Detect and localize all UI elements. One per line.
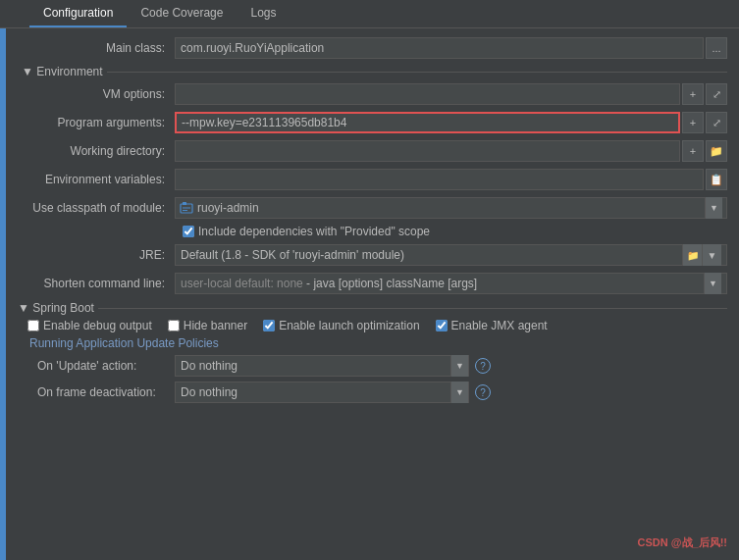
- shorten-text: user-local default: none - java [options…: [181, 277, 704, 290]
- shorten-field: user-local default: none - java [options…: [175, 273, 727, 294]
- jre-row: JRE: Default (1.8 - SDK of 'ruoyi-admin'…: [18, 243, 727, 267]
- main-class-input[interactable]: [175, 37, 704, 59]
- spring-boot-divider-line: [98, 308, 727, 309]
- working-dir-folder-btn[interactable]: 📁: [706, 140, 727, 162]
- vm-options-input[interactable]: [175, 83, 680, 105]
- env-vars-field: 📋: [175, 169, 727, 190]
- jre-buttons: 📁 ▼: [682, 244, 721, 266]
- program-args-field: + ⤢: [175, 112, 727, 133]
- enable-jmx-checkbox-label[interactable]: Enable JMX agent: [436, 319, 548, 332]
- program-args-label: Program arguments:: [18, 116, 175, 129]
- shorten-dropdown-arrow[interactable]: ▼: [704, 273, 721, 294]
- hide-banner-checkbox-label[interactable]: Hide banner: [168, 319, 247, 332]
- working-dir-field: + 📁: [175, 140, 727, 162]
- shorten-value: user-local default: none: [181, 277, 303, 290]
- module-icon: [180, 201, 193, 215]
- jre-folder-btn[interactable]: 📁: [682, 244, 702, 266]
- on-update-select[interactable]: Do nothing ▼: [175, 355, 469, 377]
- jre-field: Default (1.8 - SDK of 'ruoyi-admin' modu…: [175, 244, 727, 266]
- classpath-field: ruoyi-admin ▼: [175, 197, 727, 219]
- on-frame-dropdown-arrow[interactable]: ▼: [450, 382, 468, 403]
- tabs-bar: Configuration Code Coverage Logs: [0, 0, 739, 28]
- tab-logs[interactable]: Logs: [237, 0, 290, 27]
- shorten-label: Shorten command line:: [18, 277, 175, 290]
- env-vars-label: Environment variables:: [18, 173, 175, 186]
- spring-boot-header: ▼ Spring Boot: [18, 301, 727, 315]
- spring-boot-label: ▼ Spring Boot: [18, 301, 94, 315]
- environment-section-header: ▼ Environment: [18, 65, 727, 78]
- program-args-input[interactable]: [175, 112, 680, 133]
- enable-debug-checkbox[interactable]: [27, 320, 39, 331]
- spring-boot-options-row: Enable debug output Hide banner Enable l…: [18, 319, 727, 332]
- shorten-select[interactable]: user-local default: none - java [options…: [175, 273, 727, 294]
- on-frame-value: Do nothing: [176, 385, 450, 399]
- shorten-row: Shorten command line: user-local default…: [18, 272, 727, 295]
- hide-banner-label: Hide banner: [184, 319, 247, 332]
- vm-options-expand-btn[interactable]: ⤢: [706, 83, 727, 105]
- include-deps-checkbox-label[interactable]: Include dependencies with "Provided" sco…: [183, 225, 712, 238]
- enable-jmx-label: Enable JMX agent: [451, 319, 548, 332]
- classpath-row: Use classpath of module: ruoyi-admin: [18, 196, 727, 220]
- on-frame-help-icon[interactable]: ?: [475, 384, 491, 400]
- on-update-row: On 'Update' action: Do nothing ▼ ?: [18, 355, 727, 377]
- on-frame-row: On frame deactivation: Do nothing ▼ ?: [18, 382, 727, 403]
- working-dir-label: Working directory:: [18, 144, 175, 158]
- vm-options-row: VM options: + ⤢: [18, 82, 727, 106]
- environment-divider-line: [107, 72, 727, 73]
- working-dir-input[interactable]: [175, 140, 680, 162]
- tab-code-coverage[interactable]: Code Coverage: [127, 0, 237, 27]
- include-deps-row: Include dependencies with "Provided" sco…: [18, 225, 727, 238]
- on-frame-select[interactable]: Do nothing ▼: [175, 382, 469, 403]
- watermark: CSDN @战_后风!!: [638, 535, 727, 550]
- svg-rect-1: [183, 202, 186, 205]
- module-dropdown-arrow[interactable]: ▼: [705, 197, 722, 219]
- on-update-value: Do nothing: [176, 359, 450, 373]
- env-vars-row: Environment variables: 📋: [18, 168, 727, 191]
- on-update-help-icon[interactable]: ?: [475, 358, 491, 374]
- classpath-label: Use classpath of module:: [18, 201, 175, 215]
- shorten-hint: - java [options] className [args]: [303, 277, 477, 290]
- program-args-plus-btn[interactable]: +: [682, 112, 704, 133]
- include-deps-label: Include dependencies with "Provided" sco…: [198, 225, 430, 238]
- on-update-label: On 'Update' action:: [37, 359, 175, 373]
- enable-launch-checkbox[interactable]: [263, 320, 275, 331]
- module-select[interactable]: ruoyi-admin ▼: [175, 197, 727, 219]
- on-update-dropdown-arrow[interactable]: ▼: [450, 355, 468, 377]
- env-vars-clipboard-btn[interactable]: 📋: [706, 169, 727, 190]
- env-vars-input[interactable]: [175, 169, 704, 190]
- include-deps-checkbox[interactable]: [183, 226, 194, 237]
- enable-launch-label: Enable launch optimization: [279, 319, 419, 332]
- tab-configuration[interactable]: Configuration: [29, 0, 127, 27]
- working-dir-plus-btn[interactable]: +: [682, 140, 704, 162]
- working-dir-row: Working directory: + 📁: [18, 139, 727, 163]
- vm-options-plus-btn[interactable]: +: [682, 83, 704, 105]
- vm-options-field: + ⤢: [175, 83, 727, 105]
- main-class-row: Main class: ...: [18, 36, 727, 60]
- main-class-field: ...: [175, 37, 727, 59]
- vm-options-label: VM options:: [18, 87, 175, 101]
- jre-select[interactable]: Default (1.8 - SDK of 'ruoyi-admin' modu…: [175, 244, 727, 266]
- main-class-label: Main class:: [18, 41, 175, 55]
- main-class-expand-btn[interactable]: ...: [706, 37, 727, 59]
- jre-label: JRE:: [18, 248, 175, 262]
- spring-boot-section: ▼ Spring Boot Enable debug output Hide b…: [18, 301, 727, 403]
- module-select-text: ruoyi-admin: [197, 201, 705, 215]
- enable-debug-label: Enable debug output: [43, 319, 152, 332]
- hide-banner-checkbox[interactable]: [168, 320, 180, 331]
- config-content: Main class: ... ▼ Environment VM options…: [6, 28, 739, 560]
- enable-debug-checkbox-label[interactable]: Enable debug output: [27, 319, 152, 332]
- program-args-row: Program arguments: + ⤢: [18, 111, 727, 134]
- enable-jmx-checkbox[interactable]: [436, 320, 448, 331]
- program-args-expand-btn[interactable]: ⤢: [706, 112, 727, 133]
- running-policies-label: Running Application Update Policies: [18, 336, 727, 350]
- environment-label: ▼ Environment: [22, 65, 103, 78]
- enable-launch-checkbox-label[interactable]: Enable launch optimization: [263, 319, 419, 332]
- jre-dropdown-btn[interactable]: ▼: [702, 244, 721, 266]
- jre-select-text: Default (1.8 - SDK of 'ruoyi-admin' modu…: [181, 248, 682, 262]
- on-frame-label: On frame deactivation:: [37, 385, 175, 399]
